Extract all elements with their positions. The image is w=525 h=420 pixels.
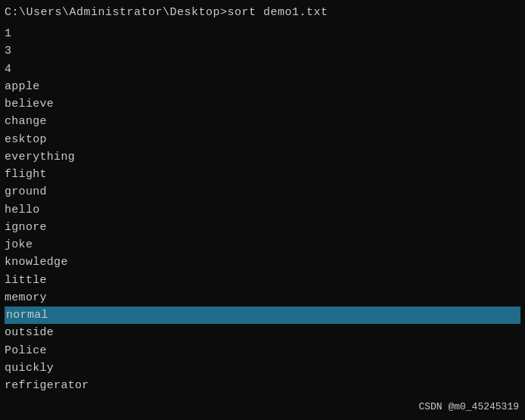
list-item: Police [5,342,520,359]
list-item: little [5,272,520,289]
list-item: change [5,113,520,130]
list-item: quickly [5,359,520,377]
list-item: flight [5,166,520,183]
list-item: refrigerator [5,377,520,394]
list-item: memory [5,289,520,306]
terminal-window: C:\Users\Administrator\Desktop>sort demo… [0,0,525,420]
output-list: 134applebelievechangeesktopeverythingfli… [5,25,520,394]
list-item: believe [5,95,520,113]
list-item: ignore [5,219,520,236]
list-item: outside [5,324,520,341]
list-item: 4 [5,61,520,78]
command-line: C:\Users\Administrator\Desktop>sort demo… [5,6,520,19]
list-item: apple [5,78,520,95]
list-item: 3 [5,42,520,60]
list-item: normal [5,306,520,324]
list-item: 1 [5,25,520,42]
list-item: everything [5,148,520,166]
list-item: esktop [5,131,520,148]
list-item: hello [5,201,520,219]
list-item: joke [5,236,520,254]
list-item: knowledge [5,254,520,271]
list-item: ground [5,183,520,201]
watermark: CSDN @m0_45245319 [418,401,519,412]
